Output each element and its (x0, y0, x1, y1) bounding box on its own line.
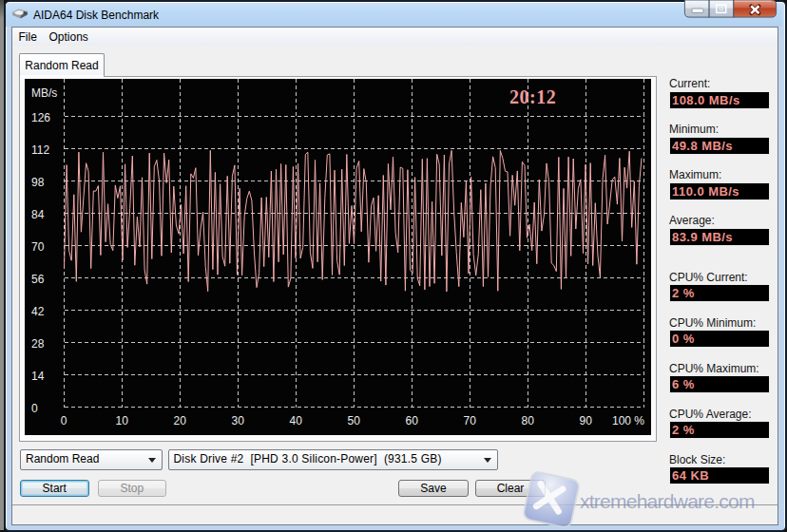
svg-text:30: 30 (232, 414, 245, 428)
svg-text:80: 80 (522, 414, 535, 428)
svg-text:126: 126 (31, 111, 50, 124)
svg-text:20:12: 20:12 (509, 86, 556, 107)
svg-text:0: 0 (61, 414, 67, 428)
svg-text:20: 20 (174, 414, 187, 428)
svg-text:98: 98 (31, 176, 45, 189)
svg-text:112: 112 (31, 143, 49, 157)
svg-text:84: 84 (31, 208, 45, 221)
svg-text:70: 70 (31, 240, 45, 254)
svg-text:0: 0 (31, 402, 38, 415)
svg-text:50: 50 (348, 414, 361, 428)
svg-text:42: 42 (31, 305, 45, 318)
svg-text:28: 28 (31, 337, 45, 351)
svg-text:56: 56 (31, 273, 45, 286)
svg-text:70: 70 (464, 414, 477, 428)
svg-text:MB/s: MB/s (31, 86, 57, 100)
svg-text:40: 40 (290, 414, 303, 428)
svg-text:14: 14 (31, 370, 45, 383)
svg-text:10: 10 (116, 414, 129, 428)
svg-text:100 %: 100 % (612, 414, 644, 428)
svg-text:90: 90 (580, 414, 593, 428)
svg-text:60: 60 (406, 414, 419, 428)
